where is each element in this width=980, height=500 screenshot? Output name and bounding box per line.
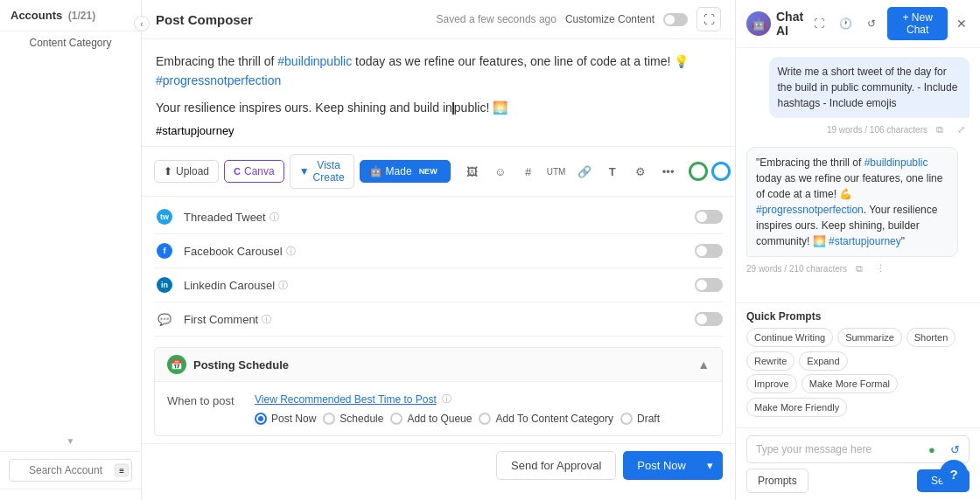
customize-toggle[interactable] bbox=[663, 13, 688, 26]
prompt-friendly[interactable]: Make More Friendly bbox=[746, 398, 847, 417]
utm-icon-btn[interactable]: UTM bbox=[545, 160, 568, 183]
filter-button[interactable]: ≡ bbox=[115, 464, 129, 477]
schedule-header[interactable]: 📅 Posting Schedule ▲ bbox=[155, 348, 722, 382]
tw-small-icon: tw bbox=[157, 209, 172, 225]
ai-hashtag1: #buildinpublic bbox=[864, 156, 928, 169]
radio-draft[interactable]: Draft bbox=[620, 413, 660, 425]
sidebar-collapse-btn[interactable]: ‹ bbox=[134, 16, 150, 31]
chat-input-icon-green[interactable]: ● bbox=[922, 440, 942, 459]
facebook-carousel-row: f Facebook Carousel ⓘ bbox=[154, 234, 723, 268]
post-arrow-btn[interactable]: ▾ bbox=[696, 451, 723, 480]
quick-prompts-row2: Improve Make More Formal Make More Frien… bbox=[746, 374, 970, 417]
vista-btn[interactable]: ▼ Vista Create bbox=[290, 154, 354, 189]
vista-icon: ▼ bbox=[299, 165, 310, 177]
history-chat-icon[interactable]: 🕐 bbox=[835, 13, 856, 34]
new-chat-btn[interactable]: + New Chat bbox=[887, 7, 948, 40]
prompt-rewrite[interactable]: Rewrite bbox=[746, 351, 794, 371]
li-carousel-toggle-dot bbox=[696, 280, 707, 290]
first-comment-info[interactable]: ⓘ bbox=[262, 313, 271, 326]
prompt-expand[interactable]: Expand bbox=[799, 351, 847, 371]
fb-small-icon: f bbox=[157, 243, 172, 259]
post-now-btn[interactable]: Post Now bbox=[623, 451, 700, 480]
expand-icon-btn[interactable]: ⛶ bbox=[696, 7, 721, 31]
ai-response-mid: today as we refine our features, one lin… bbox=[756, 172, 942, 200]
made-btn[interactable]: 🤖 Made NEW bbox=[360, 160, 451, 183]
fb-carousel-toggle[interactable] bbox=[695, 244, 723, 258]
threaded-tweet-toggle[interactable] bbox=[695, 210, 723, 224]
char-counter-circle bbox=[689, 162, 708, 181]
char-counter-circle2 bbox=[711, 162, 731, 181]
settings-icon-btn[interactable]: ⚙ bbox=[629, 160, 652, 183]
prompt-improve[interactable]: Improve bbox=[746, 374, 797, 393]
radio-label-add-queue: Add to Queue bbox=[407, 413, 472, 425]
ai-hashtag2: #progressnotperfection bbox=[756, 204, 864, 216]
copy-user-msg-btn[interactable]: ⧉ bbox=[931, 121, 948, 138]
composer-text[interactable]: Embracing the thrill of #buildinpublic t… bbox=[156, 52, 721, 91]
refresh-chat-icon[interactable]: ↺ bbox=[861, 13, 882, 34]
chat-input-icon-blue[interactable]: ↺ bbox=[945, 440, 964, 459]
link-icon-btn[interactable]: 🔗 bbox=[573, 160, 596, 183]
quick-prompts-row1: Continue Writing Summarize Shorten Rewri… bbox=[746, 328, 970, 371]
expand-user-msg-btn[interactable]: ⤢ bbox=[952, 121, 970, 138]
search-input[interactable] bbox=[9, 459, 132, 482]
first-comment-row: 💬 First Comment ⓘ bbox=[154, 302, 723, 337]
fb-carousel-info[interactable]: ⓘ bbox=[286, 245, 296, 258]
radio-add-category[interactable]: Add To Content Category bbox=[479, 413, 613, 425]
copy-ai-msg-btn[interactable]: ⧉ bbox=[850, 260, 868, 277]
expand-chat-icon[interactable]: ⛶ bbox=[808, 13, 830, 34]
radio-label-schedule: Schedule bbox=[340, 413, 383, 425]
post-text-2: Your resilience inspires ours. Keep shin… bbox=[156, 101, 508, 115]
schedule-radio-options: Post Now Schedule Add to Queue Add bbox=[255, 413, 660, 425]
radio-add-queue[interactable]: Add to Queue bbox=[390, 413, 472, 425]
fb-carousel-toggle-dot bbox=[696, 246, 707, 256]
customize-label: Customize Content bbox=[565, 13, 654, 25]
radio-schedule[interactable]: Schedule bbox=[323, 413, 383, 425]
composer-text-area[interactable]: Embracing the thrill of #buildinpublic t… bbox=[142, 39, 735, 147]
quick-prompts-label: Quick Prompts bbox=[746, 310, 970, 323]
when-label: When to post bbox=[167, 392, 237, 407]
canva-btn[interactable]: C Canva bbox=[224, 160, 284, 183]
twitter-option-icon: tw bbox=[154, 206, 175, 227]
prompt-shorten[interactable]: Shorten bbox=[906, 328, 956, 347]
li-carousel-info[interactable]: ⓘ bbox=[278, 279, 288, 292]
radio-post-now[interactable]: Post Now bbox=[255, 413, 316, 425]
recommended-link[interactable]: View Recommended Best Time to Post bbox=[255, 393, 437, 406]
content-category-filter[interactable]: Content Category ▼ bbox=[0, 31, 142, 452]
upload-label: Upload bbox=[176, 165, 209, 177]
close-chat-icon[interactable]: ✕ bbox=[953, 13, 970, 34]
threaded-tweet-row: tw Threaded Tweet ⓘ bbox=[154, 200, 723, 234]
emoji-icon-btn[interactable]: ☺ bbox=[489, 160, 512, 183]
facebook-option-icon: f bbox=[154, 240, 175, 261]
options-section: tw Threaded Tweet ⓘ f Facebook Carousel … bbox=[142, 197, 735, 340]
hashtag-progressnotperfection: #progressnotperfection bbox=[156, 73, 281, 87]
accounts-title: Accounts (1/21) bbox=[10, 9, 95, 22]
composer-title: Post Composer bbox=[156, 12, 253, 27]
text-icon-btn[interactable]: T bbox=[601, 160, 624, 183]
first-comment-toggle[interactable] bbox=[695, 312, 723, 326]
threaded-tweet-info[interactable]: ⓘ bbox=[270, 211, 279, 224]
prompt-formal[interactable]: Make More Formal bbox=[802, 374, 898, 393]
post-text-1b: today as we refine our features, one lin… bbox=[352, 54, 689, 68]
quick-prompts-section: Quick Prompts Continue Writing Summarize… bbox=[736, 302, 980, 427]
more-ai-msg-btn[interactable]: ⋮ bbox=[872, 260, 889, 277]
ai-response-intro: "Embracing the thrill of bbox=[756, 156, 864, 169]
schedule-body: When to post View Recommended Best Time … bbox=[155, 382, 722, 435]
main-content: Post Composer Saved a few seconds ago Cu… bbox=[142, 0, 735, 500]
li-carousel-toggle[interactable] bbox=[695, 278, 723, 292]
send-approval-btn[interactable]: Send for Approval bbox=[496, 451, 616, 480]
chat-messages: Write me a short tweet of the day for th… bbox=[736, 48, 980, 302]
saved-status: Saved a few seconds ago bbox=[437, 13, 556, 25]
help-btn[interactable]: ? bbox=[940, 460, 968, 488]
prompt-continue[interactable]: Continue Writing bbox=[746, 328, 833, 347]
upload-btn[interactable]: ⬆ Upload bbox=[154, 160, 219, 183]
prompts-btn[interactable]: Prompts bbox=[746, 469, 808, 493]
account-group-header-facebook[interactable]: f Facebook ▾ bbox=[0, 495, 141, 500]
composer-text-line2[interactable]: Your resilience inspires ours. Keep shin… bbox=[156, 98, 721, 117]
more-icon-btn[interactable]: ••• bbox=[657, 160, 680, 183]
image-icon-btn[interactable]: 🖼 bbox=[461, 160, 484, 183]
composer-text-line3[interactable]: #startupjourney bbox=[156, 124, 721, 137]
hashtag-icon-btn[interactable]: # bbox=[517, 160, 540, 183]
prompt-summarize[interactable]: Summarize bbox=[837, 328, 902, 347]
fb-carousel-label: Facebook Carousel ⓘ bbox=[184, 245, 686, 258]
new-badge: NEW bbox=[416, 166, 441, 177]
